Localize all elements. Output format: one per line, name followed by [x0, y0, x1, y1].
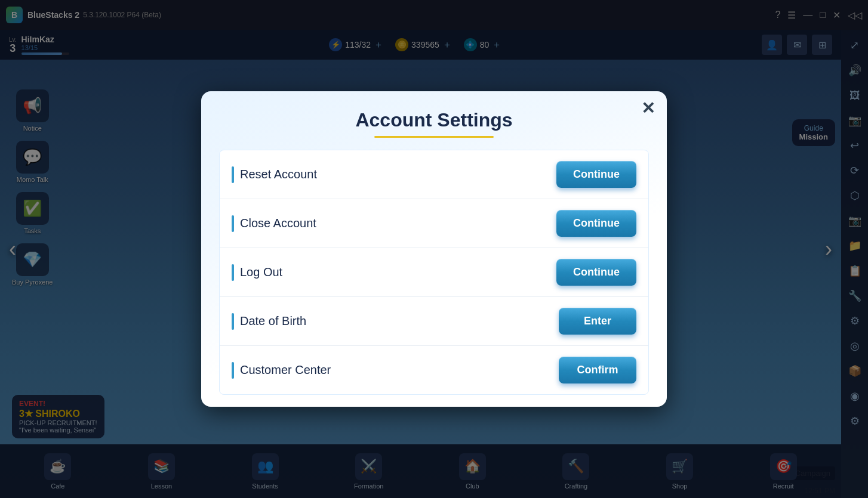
modal-body: Reset Account Continue Close Account Con…: [219, 150, 649, 395]
modal-row-date-of-birth: Date of Birth Enter: [220, 297, 648, 346]
modal-row-close-account: Close Account Continue: [220, 199, 648, 248]
row-indicator: [232, 313, 234, 330]
close-account-button[interactable]: Continue: [556, 210, 636, 237]
modal-row-log-out: Log Out Continue: [220, 248, 648, 297]
account-settings-modal: ✕ Account Settings Reset Account Continu…: [201, 91, 667, 407]
row-indicator: [232, 215, 234, 232]
row-label-customer-center: Customer Center: [240, 363, 553, 377]
modal-row-reset-account: Reset Account Continue: [220, 150, 648, 199]
modal-close-button[interactable]: ✕: [641, 100, 655, 117]
log-out-button[interactable]: Continue: [556, 259, 636, 286]
row-indicator: [232, 264, 234, 281]
row-label-date-of-birth: Date of Birth: [240, 314, 553, 328]
modal-title-underline: [374, 136, 494, 138]
modal-row-customer-center: Customer Center Confirm: [220, 346, 648, 394]
row-label-log-out: Log Out: [240, 265, 550, 279]
row-indicator: [232, 362, 234, 379]
reset-account-button[interactable]: Continue: [556, 161, 636, 188]
modal-title: Account Settings: [219, 109, 649, 131]
modal-overlay: ✕ Account Settings Reset Account Continu…: [0, 0, 868, 498]
customer-center-button[interactable]: Confirm: [559, 357, 636, 383]
date-of-birth-button[interactable]: Enter: [559, 308, 636, 335]
row-indicator: [232, 166, 234, 183]
row-label-reset-account: Reset Account: [240, 168, 550, 181]
row-label-close-account: Close Account: [240, 216, 550, 230]
